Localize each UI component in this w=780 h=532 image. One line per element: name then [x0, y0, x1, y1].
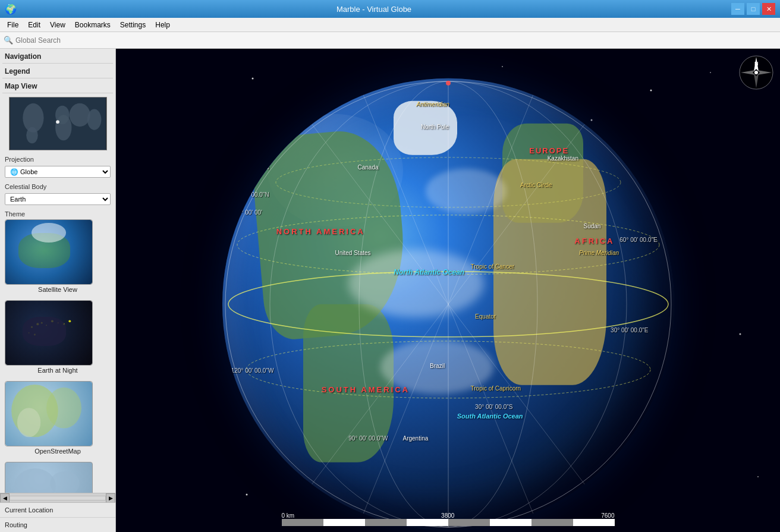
celestial-body-select[interactable]: Earth Moon Mars — [5, 193, 111, 205]
globe-grid — [222, 78, 674, 530]
divider — [2, 93, 113, 93]
globe[interactable]: NORTH AMERICA SOUTH AMERICA EUROPE AFRIC… — [222, 78, 674, 530]
projection-select[interactable]: 🌐 Globe Flat Mercator — [5, 166, 111, 178]
sidebar-horizontal-scrollbar: ◀ ▶ — [0, 493, 115, 502]
theme-night[interactable]: Earth at Night — [0, 300, 115, 376]
minimize-button[interactable]: ─ — [731, 3, 744, 15]
minimap — [9, 97, 107, 150]
window-title: Marble - Virtual Globe — [17, 5, 731, 14]
theme-fourth[interactable] — [0, 462, 115, 493]
window-controls: ─ □ ✕ — [731, 3, 775, 15]
svg-point-7 — [56, 120, 59, 124]
svg-point-52 — [754, 71, 758, 74]
compass-rose: N — [738, 55, 774, 90]
projection-label: Projection — [0, 154, 115, 165]
grid-label-90e: 90° 00' 00.0"E — [584, 114, 621, 121]
svg-text:N: N — [754, 61, 759, 67]
svg-point-22 — [50, 471, 80, 493]
svg-point-26 — [710, 72, 711, 73]
sidebar-item-navigation[interactable]: Navigation — [0, 49, 115, 63]
scale-bar: 0 km 3800 7600 — [116, 512, 780, 526]
scale-bar-visual — [282, 519, 615, 526]
svg-point-9 — [41, 322, 43, 324]
svg-point-30 — [740, 333, 741, 335]
svg-point-13 — [58, 322, 59, 323]
svg-point-17 — [34, 333, 36, 335]
scale-label-3800: 3800 — [441, 512, 454, 519]
satellite-thumb — [5, 219, 93, 285]
theme-satellite[interactable]: Satellite View — [0, 219, 115, 295]
scroll-right-arrow[interactable]: ▶ — [106, 493, 115, 503]
menubar: File Edit View Bookmarks Settings Help — [0, 18, 780, 32]
grid-label-60n: 60° 00' 00.0"N — [231, 114, 269, 121]
sidebar-bottom: Current Location Routing — [0, 502, 115, 532]
theme-osm[interactable]: OpenStreetMap — [0, 381, 115, 457]
scroll-left-arrow[interactable]: ◀ — [0, 493, 10, 503]
search-icon: 🔍 — [4, 36, 13, 45]
searchbar: 🔍 — [0, 32, 780, 49]
routing-button[interactable]: Routing — [0, 517, 115, 532]
app-icon: 🌍 — [5, 4, 17, 15]
sidebar: Navigation Legend Map View — [0, 49, 116, 532]
svg-point-10 — [46, 325, 47, 326]
svg-point-16 — [29, 332, 30, 333]
svg-point-5 — [69, 103, 90, 127]
projection-control: 🌐 Globe Flat Mercator — [0, 165, 115, 181]
sidebar-item-map-view[interactable]: Map View — [0, 78, 115, 93]
scale-labels: 0 km 3800 7600 — [282, 512, 615, 519]
search-input[interactable] — [15, 36, 111, 45]
menu-view[interactable]: View — [45, 20, 70, 30]
maximize-button[interactable]: □ — [747, 3, 760, 15]
svg-point-27 — [502, 66, 503, 67]
current-location-button[interactable]: Current Location — [0, 503, 115, 517]
satellite-label: Satellite View — [5, 285, 111, 295]
titlebar: 🌍 Marble - Virtual Globe ─ □ ✕ — [0, 0, 780, 18]
map-area[interactable]: NORTH AMERICA SOUTH AMERICA EUROPE AFRIC… — [116, 49, 780, 532]
scale-label-0: 0 km — [282, 512, 295, 519]
svg-point-2 — [26, 127, 38, 143]
celestial-body-control: Earth Moon Mars — [0, 192, 115, 209]
night-thumb — [5, 300, 93, 366]
globe-surface: NORTH AMERICA SOUTH AMERICA EUROPE AFRIC… — [222, 78, 674, 530]
svg-point-33 — [757, 476, 759, 477]
menu-help[interactable]: Help — [150, 20, 175, 30]
svg-point-8 — [36, 323, 39, 325]
svg-point-15 — [68, 320, 71, 322]
svg-point-6 — [87, 109, 100, 130]
svg-point-14 — [63, 323, 65, 325]
osm-thumb — [5, 381, 93, 446]
svg-point-20 — [17, 408, 40, 437]
menu-edit[interactable]: Edit — [23, 20, 45, 30]
menu-bookmarks[interactable]: Bookmarks — [70, 20, 115, 30]
svg-point-21 — [14, 468, 56, 493]
svg-point-4 — [55, 115, 71, 140]
night-label: Earth at Night — [5, 366, 111, 376]
sidebar-content: Navigation Legend Map View — [0, 49, 115, 493]
svg-point-46 — [446, 80, 451, 85]
menu-settings[interactable]: Settings — [115, 20, 150, 30]
theme-label: Theme — [0, 209, 115, 219]
close-button[interactable]: ✕ — [762, 3, 775, 15]
celestial-body-label: Celestial Body — [0, 181, 115, 192]
svg-point-19 — [46, 388, 81, 429]
osm-label: OpenStreetMap — [5, 446, 111, 457]
sidebar-item-legend[interactable]: Legend — [0, 64, 115, 78]
scale-label-7600: 7600 — [601, 512, 614, 519]
main-layout: Navigation Legend Map View — [0, 49, 780, 532]
svg-point-11 — [31, 326, 33, 328]
theme-scroll: Satellite View — [0, 219, 115, 493]
menu-file[interactable]: File — [2, 20, 23, 30]
svg-point-12 — [51, 320, 54, 322]
scroll-track — [10, 496, 106, 500]
